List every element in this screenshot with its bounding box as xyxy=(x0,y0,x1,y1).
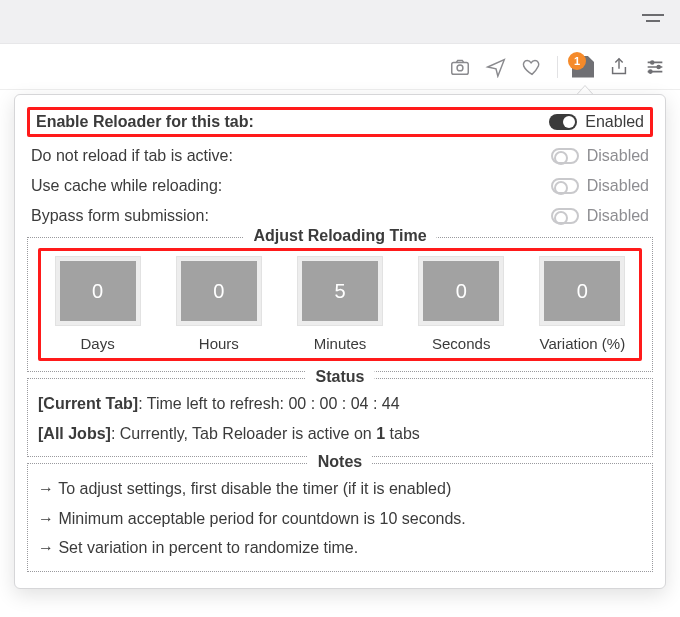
enable-row: Enable Reloader for this tab: Enabled xyxy=(27,107,653,137)
variation-label: Variation (%) xyxy=(532,335,633,352)
days-label: Days xyxy=(47,335,148,352)
note-line: → Set variation in percent to randomize … xyxy=(36,533,644,563)
setting-label: Use cache while reloading: xyxy=(31,177,222,195)
heart-icon[interactable] xyxy=(521,56,543,78)
enable-state: Enabled xyxy=(585,113,644,131)
minutes-stepper[interactable]: 5 Minutes xyxy=(289,257,390,352)
setting-label: Bypass form submission: xyxy=(31,207,209,225)
setting-state: Disabled xyxy=(587,147,649,165)
setting-toggle[interactable] xyxy=(551,178,579,194)
reloader-popover: Enable Reloader for this tab: Enabled Do… xyxy=(14,94,666,589)
setting-toggle[interactable] xyxy=(551,148,579,164)
days-stepper[interactable]: 0 Days xyxy=(47,257,148,352)
status-all-count: 1 xyxy=(376,425,385,442)
send-icon[interactable] xyxy=(485,56,507,78)
variation-value[interactable]: 0 xyxy=(540,257,624,325)
status-all: [All Jobs]: Currently, Tab Reloader is a… xyxy=(36,419,644,449)
minutes-label: Minutes xyxy=(289,335,390,352)
badge-count: 1 xyxy=(568,52,586,70)
browser-title-bar xyxy=(0,0,680,44)
time-highlight: 0 Days 0 Hours 5 Minutes 0 Seconds 0 V xyxy=(38,248,642,361)
svg-rect-0 xyxy=(452,62,469,74)
hours-stepper[interactable]: 0 Hours xyxy=(168,257,269,352)
enable-label: Enable Reloader for this tab: xyxy=(36,113,254,131)
seconds-label: Seconds xyxy=(411,335,512,352)
days-value[interactable]: 0 xyxy=(56,257,140,325)
status-all-prefix: [All Jobs] xyxy=(38,425,111,442)
hours-label: Hours xyxy=(168,335,269,352)
notes-fieldset: Notes → To adjust settings, first disabl… xyxy=(27,463,653,572)
seconds-stepper[interactable]: 0 Seconds xyxy=(411,257,512,352)
variation-stepper[interactable]: 0 Variation (%) xyxy=(532,257,633,352)
time-fieldset: Adjust Reloading Time 0 Days 0 Hours 5 M… xyxy=(27,237,653,372)
setting-state: Disabled xyxy=(587,207,649,225)
status-current: [Current Tab]: Time left to refresh: 00 … xyxy=(36,389,644,419)
toolbar-divider xyxy=(557,56,558,78)
status-all-a: : Currently, Tab Reloader is active on xyxy=(111,425,376,442)
svg-point-4 xyxy=(649,70,652,73)
sliders-icon[interactable] xyxy=(644,56,666,78)
svg-point-2 xyxy=(651,60,654,63)
extension-badge[interactable]: 1 xyxy=(572,56,594,78)
note-line: → Minimum acceptable period for countdow… xyxy=(36,504,644,534)
status-all-b: tabs xyxy=(385,425,420,442)
enable-toggle[interactable] xyxy=(549,114,577,130)
status-current-prefix: [Current Tab] xyxy=(38,395,138,412)
camera-icon[interactable] xyxy=(449,56,471,78)
svg-point-3 xyxy=(657,65,660,68)
setting-state: Disabled xyxy=(587,177,649,195)
status-fieldset: Status [Current Tab]: Time left to refre… xyxy=(27,378,653,457)
hours-value[interactable]: 0 xyxy=(177,257,261,325)
svg-point-1 xyxy=(457,64,463,70)
status-current-text: : Time left to refresh: 00 : 00 : 04 : 4… xyxy=(138,395,399,412)
setting-row: Use cache while reloading: Disabled xyxy=(27,171,653,201)
notes-legend: Notes xyxy=(308,453,372,471)
minutes-value[interactable]: 5 xyxy=(298,257,382,325)
browser-toolbar: 1 xyxy=(0,44,680,90)
hamburger-icon[interactable] xyxy=(642,14,664,26)
status-legend: Status xyxy=(306,368,375,386)
seconds-value[interactable]: 0 xyxy=(419,257,503,325)
setting-toggle[interactable] xyxy=(551,208,579,224)
setting-row: Do not reload if tab is active: Disabled xyxy=(27,141,653,171)
setting-label: Do not reload if tab is active: xyxy=(31,147,233,165)
note-line: → To adjust settings, first disable the … xyxy=(36,474,644,504)
share-icon[interactable] xyxy=(608,56,630,78)
time-legend: Adjust Reloading Time xyxy=(243,227,436,245)
